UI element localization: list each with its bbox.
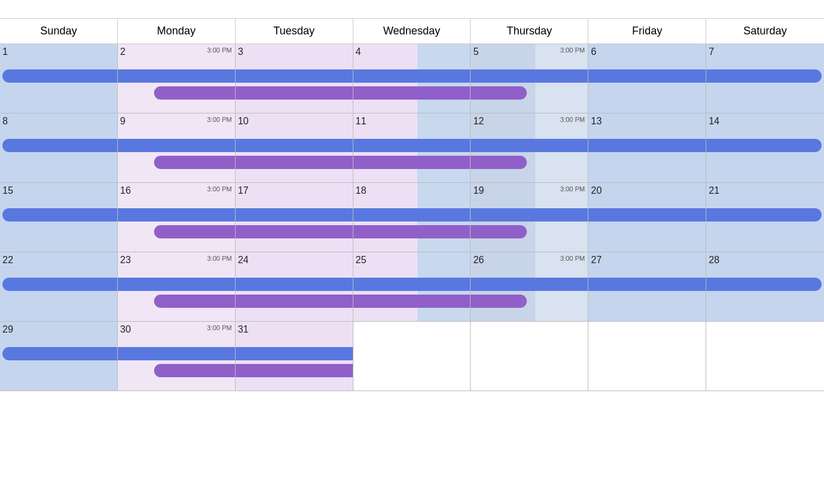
day-number-4: 4 bbox=[356, 46, 468, 57]
day-cell-29[interactable]: 29 bbox=[0, 322, 118, 391]
day-number-15: 15 bbox=[2, 185, 115, 196]
day-cell-10[interactable]: 10 bbox=[236, 113, 353, 183]
event-blue-week2-day2 bbox=[236, 139, 353, 152]
event-blue-week1-day0 bbox=[2, 69, 117, 83]
day-cell-21[interactable]: 21 bbox=[706, 183, 824, 252]
day-cell-25[interactable]: 25 bbox=[353, 252, 471, 322]
header-thursday: Thursday bbox=[471, 19, 588, 43]
event-purple-week1-day2 bbox=[236, 86, 353, 100]
day-cell-15[interactable]: 15 bbox=[0, 183, 118, 252]
time-label-12: 3:00 PM bbox=[560, 116, 585, 123]
event-purple-week5-day2 bbox=[236, 364, 353, 377]
event-purple-week2-day2 bbox=[236, 156, 353, 169]
event-purple-week2-day3 bbox=[353, 156, 471, 169]
day-number-29: 29 bbox=[2, 324, 115, 335]
event-blue-week2-day6 bbox=[706, 139, 822, 152]
day-cell-28[interactable]: 28 bbox=[706, 252, 824, 322]
day-cell-27[interactable]: 27 bbox=[588, 252, 706, 322]
day-cell-2[interactable]: 23:00 PM bbox=[118, 44, 236, 113]
event-blue-week4-day3 bbox=[353, 278, 471, 291]
day-number-6: 6 bbox=[591, 46, 703, 57]
time-label-23: 3:00 PM bbox=[207, 255, 232, 262]
event-purple-week1-day1 bbox=[154, 86, 235, 100]
day-cell-8[interactable]: 8 bbox=[0, 113, 118, 183]
day-number-7: 7 bbox=[709, 46, 822, 57]
day-cell-empty-4-5 bbox=[588, 322, 706, 391]
event-purple-week4-day3 bbox=[353, 295, 471, 308]
header-saturday: Saturday bbox=[706, 19, 824, 43]
event-blue-week1-day2 bbox=[236, 69, 353, 83]
time-label-19: 3:00 PM bbox=[560, 185, 585, 193]
day-cell-31[interactable]: 31 bbox=[236, 322, 353, 391]
header-monday: Monday bbox=[118, 19, 236, 43]
event-blue-week4-day1 bbox=[118, 278, 235, 291]
day-cell-20[interactable]: 20 bbox=[588, 183, 706, 252]
day-number-10: 10 bbox=[238, 116, 350, 127]
day-number-11: 11 bbox=[356, 116, 468, 127]
day-number-31: 31 bbox=[238, 324, 350, 335]
day-cell-22[interactable]: 22 bbox=[0, 252, 118, 322]
day-cell-19[interactable]: 193:00 PM bbox=[471, 183, 588, 252]
event-blue-week3-day1 bbox=[118, 208, 235, 222]
day-number-3: 3 bbox=[238, 46, 350, 57]
event-blue-week3-day4 bbox=[471, 208, 588, 222]
time-label-5: 3:00 PM bbox=[560, 46, 585, 54]
day-number-17: 17 bbox=[238, 185, 350, 196]
day-cell-24[interactable]: 24 bbox=[236, 252, 353, 322]
day-number-21: 21 bbox=[709, 185, 822, 196]
event-blue-week1-day5 bbox=[588, 69, 706, 83]
header-friday: Friday bbox=[588, 19, 706, 43]
day-cell-7[interactable]: 7 bbox=[706, 44, 824, 113]
event-purple-week4-day4 bbox=[471, 295, 527, 308]
day-cell-3[interactable]: 3 bbox=[236, 44, 353, 113]
day-cell-5[interactable]: 53:00 PM bbox=[471, 44, 588, 113]
day-cell-14[interactable]: 14 bbox=[706, 113, 824, 183]
event-blue-week4-day5 bbox=[588, 278, 706, 291]
header-tuesday: Tuesday bbox=[236, 19, 353, 43]
time-label-16: 3:00 PM bbox=[207, 185, 232, 193]
day-cell-11[interactable]: 11 bbox=[353, 113, 471, 183]
day-number-14: 14 bbox=[709, 116, 822, 127]
event-blue-week1-day3 bbox=[353, 69, 471, 83]
day-cell-23[interactable]: 233:00 PM bbox=[118, 252, 236, 322]
event-blue-week2-day3 bbox=[353, 139, 471, 152]
event-blue-week1-day4 bbox=[471, 69, 588, 83]
day-headers-row: Sunday Monday Tuesday Wednesday Thursday… bbox=[0, 18, 824, 43]
day-cell-4[interactable]: 4 bbox=[353, 44, 471, 113]
event-purple-week4-day2 bbox=[236, 295, 353, 308]
day-cell-12[interactable]: 123:00 PM bbox=[471, 113, 588, 183]
event-blue-week5-day0 bbox=[2, 347, 117, 360]
event-blue-week1-day6 bbox=[706, 69, 822, 83]
event-purple-week1-day3 bbox=[353, 86, 471, 100]
day-cell-30[interactable]: 303:00 PM bbox=[118, 322, 236, 391]
event-blue-week4-day2 bbox=[236, 278, 353, 291]
day-number-27: 27 bbox=[591, 255, 703, 266]
day-number-8: 8 bbox=[2, 116, 115, 127]
day-cell-1[interactable]: 1 bbox=[0, 44, 118, 113]
day-number-18: 18 bbox=[356, 185, 468, 196]
event-blue-week3-day2 bbox=[236, 208, 353, 222]
time-label-30: 3:00 PM bbox=[207, 324, 232, 331]
event-blue-week5-day2 bbox=[236, 347, 353, 360]
event-purple-week3-day2 bbox=[236, 225, 353, 238]
event-blue-week4-day0 bbox=[2, 278, 117, 291]
day-cell-26[interactable]: 263:00 PM bbox=[471, 252, 588, 322]
event-blue-week3-day5 bbox=[588, 208, 706, 222]
day-cell-9[interactable]: 93:00 PM bbox=[118, 113, 236, 183]
day-cell-6[interactable]: 6 bbox=[588, 44, 706, 113]
event-blue-week2-day1 bbox=[118, 139, 235, 152]
event-blue-week2-day0 bbox=[2, 139, 117, 152]
day-cell-empty-4-4 bbox=[471, 322, 588, 391]
day-cell-16[interactable]: 163:00 PM bbox=[118, 183, 236, 252]
event-blue-week3-day0 bbox=[2, 208, 117, 222]
event-blue-week4-day6 bbox=[706, 278, 822, 291]
day-number-28: 28 bbox=[709, 255, 822, 266]
day-cell-13[interactable]: 13 bbox=[588, 113, 706, 183]
day-cell-18[interactable]: 18 bbox=[353, 183, 471, 252]
event-blue-week3-day3 bbox=[353, 208, 471, 222]
day-number-1: 1 bbox=[2, 46, 115, 57]
day-cell-empty-4-6 bbox=[706, 322, 824, 391]
event-purple-week4-day1 bbox=[154, 295, 235, 308]
day-number-13: 13 bbox=[591, 116, 703, 127]
day-cell-17[interactable]: 17 bbox=[236, 183, 353, 252]
